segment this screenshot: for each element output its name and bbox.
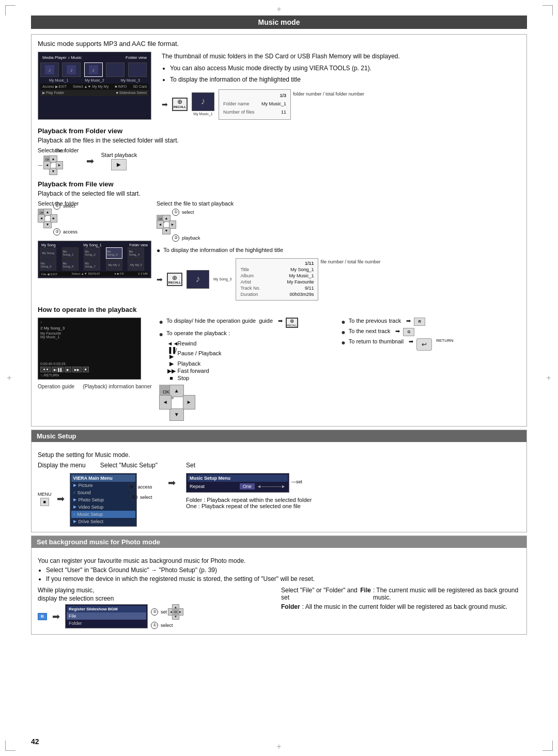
big-dpad-area: ▲ ▼ ◄ ► OK bbox=[159, 385, 520, 421]
menu-video-setup[interactable]: ▶ Video Setup bbox=[71, 503, 135, 511]
menu-music-setup[interactable]: ♪ Music Setup bbox=[71, 511, 135, 518]
return-icon[interactable]: ↩ bbox=[416, 338, 432, 351]
ctrl-rewind: ◄◄ Rewind bbox=[167, 340, 338, 346]
dpad-right[interactable]: ► bbox=[50, 214, 57, 223]
folder-bottom-bar: Access ▶ EXIT Select ▲▼ My My My ■ INFO … bbox=[40, 84, 149, 90]
screen-btn-1[interactable]: ◄◄ bbox=[40, 367, 51, 372]
folder-thumbnail-grid: Media Player ♪ Music Folder view ♪ ♪ ♪ bbox=[38, 52, 151, 120]
bottom-access: Access ▶ EXIT bbox=[42, 85, 67, 89]
file-cell-7: My Song_6 bbox=[62, 259, 79, 271]
screen-btn-3[interactable]: ▶ bbox=[65, 367, 71, 372]
menu-drive-select[interactable]: ▶ Drive Select bbox=[71, 518, 135, 525]
folder-view-label: Folder view bbox=[126, 55, 147, 60]
music-mode-bullets: You can also access Music mode directly … bbox=[162, 64, 520, 85]
track-info-1: 2 My Song_3 bbox=[40, 326, 138, 330]
play-button[interactable]: ▶ bbox=[111, 159, 127, 170]
folder-name-row: Folder name My Music_1 bbox=[223, 100, 286, 107]
track-info-2: My Favourite bbox=[40, 332, 138, 335]
menu-photo-setup[interactable]: ▶ Photo Setup bbox=[71, 496, 135, 503]
setup-arrow-1: ➡ bbox=[57, 493, 65, 505]
bg-bullets: Select "User" in "Back Ground Music" → "… bbox=[38, 566, 520, 582]
menu-button[interactable]: ■ bbox=[40, 498, 49, 506]
bg-left: While playing music, display the selecti… bbox=[38, 587, 277, 629]
start-playback-label: Start playback bbox=[101, 152, 137, 158]
select-step: ① select bbox=[151, 622, 183, 629]
slideshow-label: ■ Slideshow Select bbox=[116, 91, 147, 95]
big-dpad: ▲ ▼ ◄ ► OK bbox=[159, 385, 195, 421]
big-dpad-up[interactable]: ▲ bbox=[169, 385, 184, 397]
dpad-left[interactable]: ◄ bbox=[157, 220, 164, 229]
display-selection-text: display the selection screen bbox=[38, 595, 277, 602]
big-dpad-right[interactable]: ► bbox=[183, 395, 195, 410]
setup-label-row: Display the menu Select "Music Setup" bbox=[38, 462, 158, 469]
playback-folder-title: Playback from Folder view bbox=[38, 127, 520, 135]
dpad-right[interactable]: ► bbox=[169, 220, 176, 229]
dpad-left[interactable]: ◄ bbox=[43, 161, 51, 169]
file-cell-6: My Song_5 bbox=[40, 259, 56, 271]
op-prev-track: ● To the previous track ➡ R bbox=[341, 318, 520, 326]
file-playback-right: Select the file to start playback ① sele… bbox=[157, 200, 520, 301]
file-track-row: Track No. 9/11 bbox=[240, 286, 314, 291]
step2b-label: ② playback bbox=[172, 234, 200, 242]
music-mode-content: Music mode supports MP3 and AAC file for… bbox=[31, 34, 527, 427]
prev-track-btn[interactable]: R bbox=[414, 318, 425, 326]
screen-btn-2[interactable]: ▶/▐▐ bbox=[52, 367, 64, 372]
big-dpad-left[interactable]: ◄ bbox=[159, 395, 172, 410]
music-mode-header: Music mode bbox=[31, 15, 527, 29]
how-operate-title: How to operate in the playback bbox=[38, 306, 520, 313]
bg-music-header: Set background music for Photo mode bbox=[32, 536, 526, 548]
file-arrow-right: ➡ bbox=[157, 275, 163, 284]
menu-sound[interactable]: ♪ Sound bbox=[71, 489, 135, 496]
screen-btn-5[interactable]: ■ bbox=[83, 367, 89, 372]
file-grid-header: My Song My Song_1 Folder view bbox=[40, 243, 149, 247]
file-grid-cells: My Song My Song_1 My Song_2 My Song_3 My… bbox=[40, 247, 149, 271]
file-name-label: My Song_3 bbox=[213, 277, 231, 281]
register-file-item[interactable]: File bbox=[67, 612, 146, 620]
ctrl-stop: ■ Stop bbox=[167, 375, 338, 381]
bottom-info: ■ INFO bbox=[115, 85, 127, 89]
setup-content: Setup the setting for Music mode. Displa… bbox=[32, 446, 526, 532]
register-folder-item[interactable]: Folder bbox=[67, 620, 146, 627]
next-track-btn[interactable]: G bbox=[403, 328, 414, 336]
b-button[interactable]: B bbox=[38, 613, 47, 620]
playback-bottom: 0:00:40 0:03:29 ◄◄ ▶/▐▐ ▶ ▶▶ ■ ↑↓RETURN bbox=[40, 362, 138, 377]
bg-content: You can register your favourite music as… bbox=[32, 552, 526, 634]
file-number-label: file number / total file number bbox=[320, 259, 380, 264]
grid-cells: ♪ ♪ ♪ bbox=[40, 62, 149, 77]
big-dpad-down[interactable]: ▼ bbox=[169, 408, 184, 421]
playback-screen: ♪ 2 My Song_3 My Favourite My Music_1 0:… bbox=[38, 318, 141, 380]
bg-right: Select "File" or "Folder" and set File :… bbox=[281, 587, 520, 610]
screen-info-btns: ↑↓RETURN bbox=[40, 373, 138, 377]
bg-row: While playing music, display the selecti… bbox=[38, 587, 520, 629]
bg-flow: B ➡ Register Slideshow BGM File Folder bbox=[38, 604, 277, 629]
dpad-left[interactable]: ◄ bbox=[38, 214, 45, 223]
bg-dpad-ok[interactable]: OK bbox=[172, 608, 179, 616]
setup-footnotes: Folder : Playback repeat within the sele… bbox=[186, 497, 312, 509]
register-menu: Register Slideshow BGM File Folder bbox=[65, 604, 148, 628]
menu-header-label: VIERA Main Menu bbox=[71, 475, 135, 482]
screen-btn-4[interactable]: ▶▶ bbox=[72, 367, 82, 372]
ctrl-ff: ▶▶ Fast forward bbox=[167, 368, 338, 374]
track-time: 0:00:40 0:03:29 bbox=[40, 362, 138, 366]
setup-left: Display the menu Select "Music Setup" ME… bbox=[38, 462, 158, 527]
media-player-label: Media Player ♪ Music bbox=[42, 55, 82, 60]
register-menu-header: Register Slideshow BGM bbox=[67, 606, 146, 612]
file-title-row: Title My Song_1 bbox=[240, 267, 314, 272]
folder-playback-row: Select the folder select — ▲ ▼ ◄ bbox=[38, 147, 520, 175]
bg-arrow-1: ➡ bbox=[52, 611, 60, 622]
music-setup-section: Music Setup Setup the setting for Music … bbox=[31, 430, 527, 532]
grid-cell-5 bbox=[128, 62, 147, 77]
folder-mini-display: ♪ My Music_1 bbox=[192, 92, 214, 117]
playback-file-title: Playback from File view bbox=[38, 180, 520, 188]
setup-flow: MENU ■ ➡ ② access ① select bbox=[38, 471, 158, 527]
dpad-right[interactable]: ► bbox=[56, 161, 63, 169]
music-setup-header: Music Setup bbox=[32, 430, 526, 442]
ctrl-play: ▶ Playback bbox=[167, 360, 338, 367]
menu-picture[interactable]: ▶ Picture bbox=[71, 482, 135, 489]
folder-number-label: folder number / total folder number bbox=[293, 90, 364, 98]
set-step: ② set ▲ ▼ ◄ ► OK bbox=[151, 604, 183, 620]
recall-op-icon: ⊕ RECALL bbox=[286, 318, 298, 328]
music-setup-menu-header: Music Setup Menu bbox=[188, 475, 288, 482]
grid-header: Media Player ♪ Music Folder view bbox=[40, 54, 149, 61]
folder-number-row: 1/3 bbox=[223, 92, 286, 99]
